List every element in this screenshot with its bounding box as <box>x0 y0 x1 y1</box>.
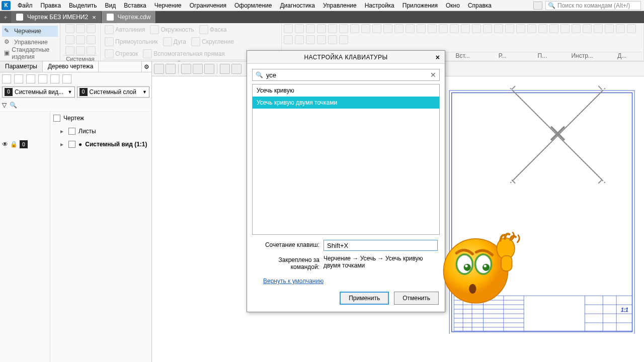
menu-select[interactable]: Выделить <box>65 1 101 11</box>
tool-rect[interactable]: Прямоугольник <box>103 36 160 47</box>
doc-tab-1[interactable]: Чертеж БЕЗ ИМЕНИ2 × <box>11 11 102 23</box>
tool-icon[interactable] <box>516 24 525 33</box>
copy-icon[interactable] <box>65 46 74 55</box>
mode-standard[interactable]: ▣Стандартные изделия <box>2 48 58 59</box>
tool-icon[interactable] <box>406 24 415 33</box>
tool-icon[interactable] <box>350 24 359 33</box>
fit-icon[interactable] <box>204 64 214 74</box>
apply-button[interactable]: Применить <box>340 292 389 305</box>
save-icon[interactable] <box>87 24 96 33</box>
tool-icon[interactable] <box>461 24 470 33</box>
dialog-search[interactable]: 🔍 ✕ <box>252 69 440 81</box>
more-icon[interactable] <box>62 74 71 83</box>
result-item-0[interactable]: Усечь кривую <box>253 84 439 97</box>
tool-icon[interactable] <box>494 24 503 33</box>
tool-icon[interactable] <box>527 24 536 33</box>
tool-icon[interactable] <box>594 24 603 33</box>
tool-icon[interactable] <box>417 24 426 33</box>
tool-icon[interactable] <box>284 35 293 44</box>
menu-view[interactable]: Вид <box>101 1 120 11</box>
menu-file[interactable]: Файл <box>14 1 37 11</box>
paste-icon[interactable] <box>76 46 85 55</box>
tool-segment[interactable]: Отрезок <box>103 48 140 59</box>
expand-icon[interactable]: ▸ <box>60 128 65 135</box>
tab-parameters[interactable]: Параметры <box>0 61 43 72</box>
snap-icon[interactable] <box>166 64 176 74</box>
tool-icon[interactable] <box>394 24 404 33</box>
tool-icon[interactable] <box>317 24 326 33</box>
tool-arc[interactable]: Дуга <box>161 36 188 47</box>
view-icon[interactable] <box>220 64 230 74</box>
tool-icon[interactable] <box>328 24 337 33</box>
doc-tab-2[interactable]: Чертеж.cdw <box>102 11 156 23</box>
tool-icon[interactable] <box>549 24 558 33</box>
command-search[interactable]: 🔍 Поиск по командам (Alt+/) <box>545 1 641 10</box>
menu-addons[interactable]: Приложения <box>398 1 442 11</box>
tool-icon[interactable] <box>472 24 481 33</box>
search-icon[interactable]: 🔍 <box>10 102 17 109</box>
tool-icon[interactable] <box>505 24 514 33</box>
mode-draw[interactable]: ✎Черчение <box>2 26 58 37</box>
props-icon[interactable] <box>87 46 96 55</box>
tool-icon[interactable] <box>627 24 636 33</box>
new-icon[interactable] <box>65 24 74 33</box>
menu-settings[interactable]: Настройка <box>361 1 398 11</box>
reset-link[interactable]: Вернуть к умолчанию <box>263 278 438 285</box>
expand-icon[interactable] <box>14 74 23 83</box>
tool-icon[interactable] <box>483 24 492 33</box>
tool-icon[interactable] <box>372 24 381 33</box>
add-tab-button[interactable]: ＋ <box>0 11 11 23</box>
tool-icon[interactable] <box>328 35 337 44</box>
lock-icon[interactable]: 🔒 <box>10 141 18 148</box>
shortcut-input[interactable] <box>324 240 438 251</box>
menu-format[interactable]: Оформление <box>230 1 276 11</box>
tool-circle[interactable]: Окружность <box>148 24 196 35</box>
dialog-close-button[interactable]: × <box>433 52 443 62</box>
menu-manage[interactable]: Управление <box>319 1 361 11</box>
menu-draw[interactable]: Черчение <box>150 1 186 11</box>
tool-icon[interactable] <box>339 35 348 44</box>
tool-icon[interactable] <box>306 24 315 33</box>
result-item-1[interactable]: Усечь кривую двумя точками <box>253 97 439 109</box>
tool-icon[interactable] <box>439 24 448 33</box>
close-icon[interactable]: × <box>92 14 96 21</box>
tool-auxline[interactable]: Вспомогательная прямая <box>141 48 227 59</box>
menu-insert[interactable]: Вставка <box>120 1 150 11</box>
cancel-button[interactable]: Отменить <box>394 292 439 305</box>
tab-tree[interactable]: Дерево чертежа <box>43 61 99 72</box>
redo-icon[interactable] <box>87 35 96 44</box>
tool-icon[interactable] <box>428 24 437 33</box>
menu-edit[interactable]: Правка <box>37 1 65 11</box>
tool-icon[interactable] <box>450 24 459 33</box>
tool-icon[interactable] <box>306 35 315 44</box>
tool-fillet[interactable]: Скругление <box>189 36 236 47</box>
undo-icon[interactable] <box>76 35 85 44</box>
dialog-search-input[interactable] <box>266 71 436 79</box>
tool-icon[interactable] <box>616 24 625 33</box>
menu-window[interactable]: Окно <box>442 1 464 11</box>
expand-icon[interactable]: ▸ <box>60 141 65 148</box>
tool-icon[interactable] <box>295 24 304 33</box>
tool-icon[interactable] <box>560 24 570 33</box>
tool-icon[interactable] <box>317 35 326 44</box>
tool-icon[interactable] <box>538 24 547 33</box>
grid-icon[interactable] <box>154 64 164 74</box>
tool-icon[interactable] <box>339 24 348 33</box>
ortho-icon[interactable] <box>231 64 242 74</box>
pan-icon[interactable] <box>193 64 203 74</box>
tool-icon[interactable] <box>605 24 614 33</box>
view-combo[interactable]: 0 Системный вид... ▼ <box>2 86 75 98</box>
filter-icon[interactable] <box>26 74 35 83</box>
tool-icon[interactable] <box>583 24 592 33</box>
tool-icon[interactable] <box>361 24 370 33</box>
menu-diag[interactable]: Диагностика <box>276 1 319 11</box>
layer-combo[interactable]: 0 Системный слой ▼ <box>77 86 150 98</box>
panel-settings-button[interactable]: ⚙ <box>141 61 151 72</box>
tool-chamfer[interactable]: Фаска <box>197 24 229 35</box>
tool-icon[interactable] <box>383 24 392 33</box>
tree-sysview[interactable]: ▸ ● Системный вид (1:1) <box>50 138 151 151</box>
visibility-icon[interactable]: 👁 <box>2 141 8 148</box>
tool-autoline[interactable]: Автолиния <box>103 24 147 35</box>
tool-icon[interactable] <box>572 24 581 33</box>
clear-icon[interactable]: ✕ <box>430 71 436 79</box>
